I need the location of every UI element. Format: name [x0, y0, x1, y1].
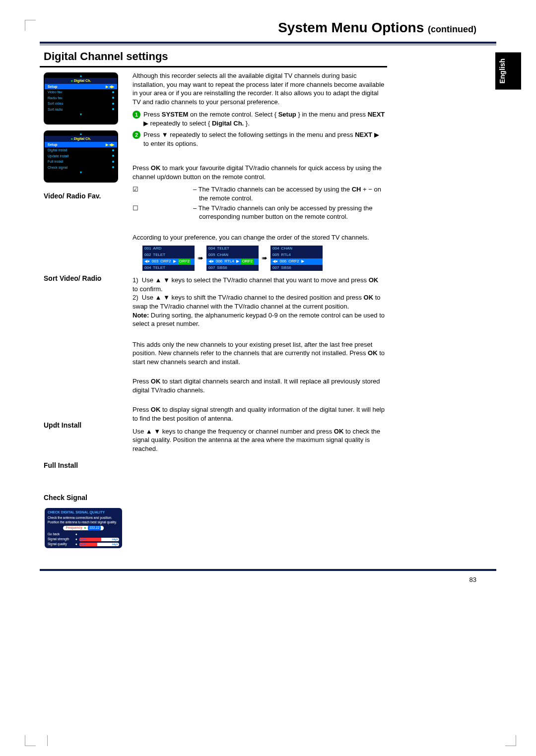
arrow-right-icon: ➠	[198, 253, 203, 263]
sort-table-1: 001ARD 002TELET ◀●003ORF2▶ORF2 004TELET	[142, 246, 195, 271]
left-column: ▲ ● Digital Ch. Setup▶ ◀▶ Video fav. Rad…	[40, 67, 132, 549]
check-text-1: Press OK to display signal strength and …	[133, 405, 385, 423]
head-check-signal: Check Signal	[44, 493, 128, 503]
vrf-option-checked: ☑ – The TV/radio channels can be accesse…	[133, 185, 385, 202]
sort-example-tables: 001ARD 002TELET ◀●003ORF2▶ORF2 004TELET …	[142, 246, 385, 271]
signal-quality-panel: CHECK DIGITAL SIGNAL QUALITY Check the a…	[44, 507, 123, 549]
svr-step-2: 2) Use ▲ ▼ keys to shift the TV/radio ch…	[133, 293, 385, 311]
page-number: 83	[40, 576, 496, 583]
updt-text: This adds only the new channels to your …	[133, 340, 385, 367]
title-main: System Menu Options	[278, 20, 428, 35]
check-text-2: Use ▲ ▼ keys to change the frequency or …	[133, 427, 385, 453]
manual-page: System Menu Options (continued) English …	[40, 20, 496, 583]
head-updt-install: Updt Install	[44, 421, 128, 430]
arrow-right-icon: ➠	[262, 253, 268, 263]
full-text: Press OK to start digital channels searc…	[133, 377, 385, 394]
vrf-option-unchecked: ☐ – The TV/radio channels can only be ac…	[133, 204, 385, 221]
svr-step-1: 1) Use ▲ ▼ keys to select the TV/radio c…	[133, 276, 385, 293]
section-header: Digital Channel settings	[40, 49, 387, 67]
head-sort-video-radio: Sort Video/ Radio	[44, 274, 128, 283]
title-sub: (continued)	[428, 24, 476, 34]
sort-table-3: 004CHAN 005RTL4 ◀●006ORF2▶ 007SBS6	[270, 246, 323, 271]
step-1: 1 Press SYSTEM on the remote control. Se…	[133, 110, 385, 127]
head-full-install: Full Install	[44, 461, 128, 470]
sort-table-2: 004TELET 005CHAN ◀●006RTL4▶ORF2 007SBS6	[206, 246, 259, 271]
step-badge-2: 2	[133, 131, 140, 139]
step-badge-1: 1	[133, 111, 140, 119]
svr-note: Note: During sorting, the alphanumeric k…	[133, 311, 385, 328]
checkbox-unchecked-icon: ☐	[133, 204, 139, 221]
right-column: Although this recorder selects all the a…	[132, 67, 387, 549]
checkbox-checked-icon: ☑	[133, 185, 139, 202]
head-video-radio-fav: Video/ Radio Fav.	[44, 191, 128, 201]
mini-menu-2: ▲ ● Digital Ch. Setup▶ ◀▶ Digital instal…	[44, 130, 118, 183]
intro-paragraph: Although this recorder selects all the a…	[133, 71, 385, 106]
svr-intro: According to your preference, you can ch…	[133, 233, 385, 242]
page-title: System Menu Options (continued)	[40, 20, 496, 36]
mini-menu-1: ▲ ● Digital Ch. Setup▶ ◀▶ Video fav. Rad…	[44, 72, 118, 125]
vrf-intro: Press OK to mark your favourite digital …	[133, 164, 385, 181]
step-2: 2 Press ▼ repeatedly to select the follo…	[133, 130, 385, 148]
language-tab: English	[495, 53, 521, 90]
